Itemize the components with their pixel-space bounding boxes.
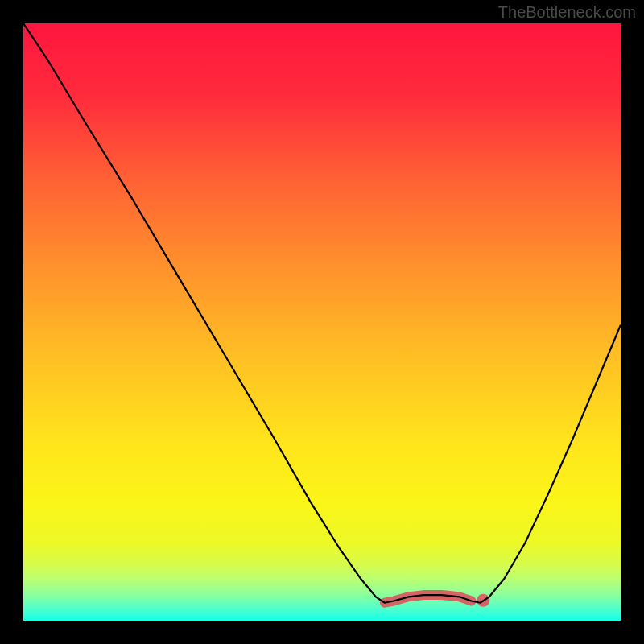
- watermark-text: TheBottleneck.com: [498, 3, 636, 22]
- chart-svg: [23, 23, 621, 621]
- chart-area: [23, 23, 621, 621]
